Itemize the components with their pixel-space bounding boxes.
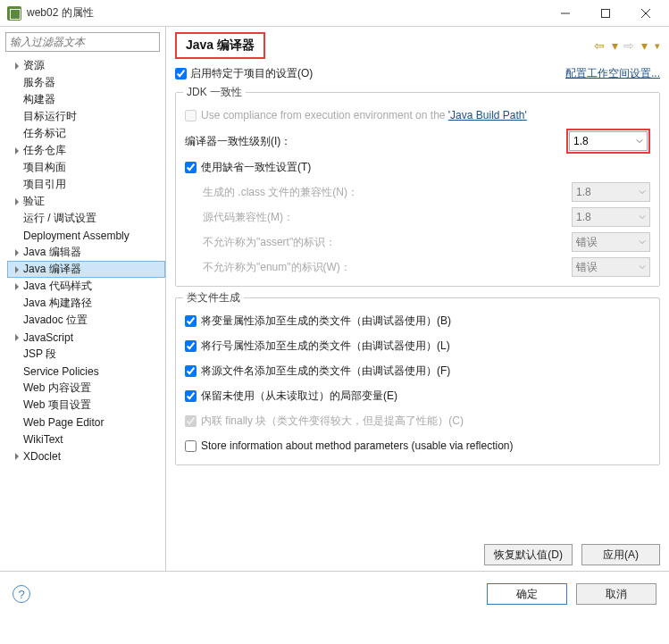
cb-sourcefile-attrs[interactable] [185,365,197,377]
back-menu-icon[interactable]: ▾ [612,38,618,53]
tree-item[interactable]: Web 项目设置 [7,397,165,414]
chevron-right-icon[interactable] [11,283,23,290]
tree-item[interactable]: Java 编辑器 [7,244,165,261]
tree-item[interactable]: Service Policies [7,363,165,380]
class-compat-label: 生成的 .class 文件的兼容性(N)： [203,185,358,200]
restore-defaults-button[interactable]: 恢复默认值(D) [484,544,573,565]
tree-item-label: Java 构建路径 [23,296,92,311]
cb-store-params[interactable] [185,440,197,452]
ok-button[interactable]: 确定 [487,583,567,605]
chevron-down-icon [636,138,643,145]
enum-label: 不允许称为"enum"的标识(W)： [203,260,351,275]
tree-item[interactable]: Javadoc 位置 [7,312,165,329]
tree-item[interactable]: 构建器 [7,91,165,108]
tree-item[interactable]: 验证 [7,193,165,210]
maximize-button[interactable] [585,1,625,26]
tree-item[interactable]: Java 代码样式 [7,278,165,295]
tree-item[interactable]: 任务标记 [7,125,165,142]
use-default-checkbox[interactable] [185,162,197,173]
tree-item[interactable]: Java 编译器 [7,261,165,278]
tree-item[interactable]: Web 内容设置 [7,380,165,397]
source-compat-row: 源代码兼容性(M)： 1.8 [185,205,650,229]
chevron-right-icon[interactable] [11,63,23,70]
page-title: Java 编译器 [175,32,265,59]
tree-item[interactable]: Web Page Editor [7,414,165,431]
heading-row: Java 编译器 ⇦▾ ⇨▾ ▾ [175,32,660,59]
class-compat-select: 1.8 [572,182,650,202]
chevron-right-icon[interactable] [11,198,23,205]
minimize-button[interactable] [545,1,585,26]
enable-project-check-input[interactable] [175,68,187,79]
use-default-label: 使用缺省一致性设置(T) [201,160,311,175]
chevron-right-icon[interactable] [11,453,23,460]
apply-button[interactable]: 应用(A) [581,544,660,565]
assert-label: 不允许称为"assert"的标识： [203,235,336,250]
enable-project-checkbox[interactable]: 启用特定于项目的设置(O) [175,66,313,81]
tree-item[interactable]: 项目引用 [7,176,165,193]
compiler-level-label: 编译器一致性级别(I)： [185,134,291,149]
compiler-level-select[interactable]: 1.8 [569,131,648,151]
app-icon [7,6,21,21]
tree-item-label: 目标运行时 [23,109,77,124]
compiler-level-value: 1.8 [573,135,589,147]
tree-item-label: JSP 段 [23,347,56,362]
tree-item[interactable]: WikiText [7,431,165,447]
cb-linenumber-attrs[interactable] [185,340,197,352]
chevron-down-icon [639,213,646,221]
chevron-right-icon[interactable] [11,266,23,273]
help-icon[interactable]: ? [13,585,30,603]
tree-item-label: 验证 [23,194,45,209]
cb-variable-attrs[interactable] [185,315,197,327]
assert-row: 不允许称为"assert"的标识： 错误 [185,230,650,254]
enum-select: 错误 [572,257,650,277]
back-icon[interactable]: ⇦ [594,38,605,53]
tree-item-label: 服务器 [23,75,55,90]
tree-item[interactable]: Java 构建路径 [7,295,165,312]
source-compat-select: 1.8 [572,207,650,227]
jdk-group-legend: JDK 一致性 [183,85,246,100]
workspace-settings-link[interactable]: 配置工作空间设置... [565,66,660,81]
enum-row: 不允许称为"enum"的标识(W)： 错误 [185,255,650,279]
use-default-row: 使用缺省一致性设置(T) [185,155,650,179]
footer: ? 确定 取消 [0,572,669,616]
tree-item[interactable]: 运行 / 调试设置 [7,210,165,227]
tree-item-label: 运行 / 调试设置 [23,211,96,226]
title-bar: web02 的属性 [0,0,669,27]
java-build-path-link[interactable]: 'Java Build Path' [448,109,527,121]
use-exec-env-checkbox [185,110,197,121]
filter-input[interactable] [5,32,160,52]
tree-item-label: Web Page Editor [23,416,105,429]
tree-item-label: Service Policies [23,365,99,378]
cb-inline-finally [185,415,197,427]
cb-preserve-unused[interactable] [185,390,197,402]
classfile-group: 类文件生成 将变量属性添加至生成的类文件（由调试器使用）(B) 将行号属性添加至… [175,297,660,465]
tree-item[interactable]: Deployment Assembly [7,227,165,244]
tree-item[interactable]: 资源 [7,57,165,74]
cancel-button[interactable]: 取消 [576,583,656,605]
tree-item[interactable]: 任务仓库 [7,142,165,159]
chevron-right-icon[interactable] [11,147,23,155]
property-tree[interactable]: 资源服务器构建器目标运行时任务标记任务仓库项目构面项目引用验证运行 / 调试设置… [0,55,165,565]
chevron-right-icon[interactable] [11,249,23,256]
tree-item-label: 项目引用 [23,177,66,192]
tree-item-label: 任务仓库 [23,143,66,158]
tree-item[interactable]: 服务器 [7,74,165,91]
tree-item-label: WikiText [23,433,63,446]
cb-inline-finally-label: 内联 finally 块（类文件变得较大，但是提高了性能）(C) [201,414,464,429]
cb-store-params-label: Store information about method parameter… [201,439,514,452]
class-compat-value: 1.8 [576,186,591,198]
tree-item[interactable]: 目标运行时 [7,108,165,125]
close-button[interactable] [625,1,665,26]
chevron-right-icon[interactable] [11,334,23,341]
cb-linenumber-attrs-label: 将行号属性添加至生成的类文件（由调试器使用）(L) [201,339,450,354]
tree-item[interactable]: JavaScript [7,329,165,346]
view-menu-icon[interactable]: ▾ [655,40,660,52]
assert-select: 错误 [572,232,650,252]
forward-menu-icon[interactable]: ▾ [641,38,648,53]
tree-item-label: Deployment Assembly [23,230,130,242]
tree-item-label: XDoclet [23,450,61,463]
tree-item-label: Javadoc 位置 [23,313,88,328]
tree-item[interactable]: 项目构面 [7,159,165,176]
tree-item[interactable]: XDoclet [7,447,165,464]
tree-item[interactable]: JSP 段 [7,346,165,363]
